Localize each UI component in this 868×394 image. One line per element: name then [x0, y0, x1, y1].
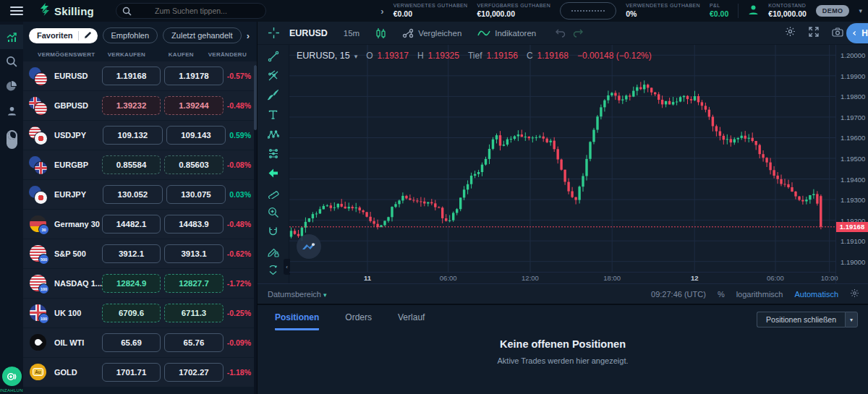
price-tick-label: 1.19900: [841, 72, 865, 80]
sell-button[interactable]: 14482.1: [102, 215, 161, 234]
skilling-logo[interactable]: Skilling: [39, 3, 94, 19]
measure-tool-icon[interactable]: [258, 183, 289, 202]
arrow-tool-icon[interactable]: [258, 163, 289, 183]
sell-button[interactable]: 3912.1: [102, 244, 161, 263]
sell-button[interactable]: 1.39232: [102, 96, 161, 115]
trendline-tool-icon[interactable]: [258, 46, 289, 66]
sell-button[interactable]: 65.69: [102, 333, 161, 352]
chart-timeframe[interactable]: 15m: [344, 29, 359, 38]
close-positions-dropdown-icon[interactable]: ▾: [845, 312, 858, 327]
snapshot-camera-icon[interactable]: [832, 27, 843, 40]
sell-button[interactable]: 6709.6: [102, 304, 161, 322]
log-scale-button[interactable]: logarithmisch: [736, 290, 783, 299]
dark-mode-toggle[interactable]: [7, 130, 17, 149]
deposit-button[interactable]: [2, 367, 22, 386]
skilling-logo-icon: [39, 3, 50, 19]
search-input[interactable]: [116, 3, 266, 19]
buy-button[interactable]: 0.85603: [164, 155, 223, 174]
candle-style-icon[interactable]: [375, 27, 386, 39]
buy-button[interactable]: 12827.7: [164, 274, 223, 293]
sell-button[interactable]: 0.85584: [102, 155, 161, 174]
balance-stat: KONTOSTAND €10,000.00: [768, 3, 807, 19]
open-trade-panel-button[interactable]: H: [846, 23, 868, 43]
sell-button[interactable]: 1701.71: [102, 363, 161, 382]
instrument-flag-icon: [29, 67, 48, 85]
buy-button[interactable]: 1.19178: [164, 67, 223, 85]
watchlist-tabs-more-chevron-icon[interactable]: ›: [247, 30, 252, 41]
sell-button[interactable]: 109.132: [103, 126, 163, 145]
tab-favoriten[interactable]: Favoriten: [29, 28, 98, 43]
text-tool-icon[interactable]: [258, 105, 289, 124]
theme-toggle[interactable]: [0, 127, 23, 152]
tab-verlauf[interactable]: Verlauf: [398, 312, 425, 330]
buy-button[interactable]: 1702.27: [164, 363, 223, 382]
nav-markets[interactable]: [0, 25, 23, 49]
legend-caret-icon[interactable]: ▾: [354, 53, 358, 60]
buy-button[interactable]: 14483.9: [164, 215, 223, 234]
tab-positionen[interactable]: Positionen: [275, 312, 319, 330]
percent-scale-button[interactable]: %: [718, 290, 725, 299]
close-positions-split-button[interactable]: Positionen schließen ▾: [757, 312, 858, 327]
watchlist-row[interactable]: 30Germany 3014482.114483.9-0.48%: [23, 210, 257, 239]
crosshair-tool-icon[interactable]: [258, 27, 289, 39]
price-axis[interactable]: 1.200001.199001.198001.197001.196001.195…: [835, 45, 868, 283]
watchlist-row[interactable]: 100NASDAQ 1...12824.912827.7-1.72%: [23, 269, 257, 298]
chart-settings-gear-icon[interactable]: [785, 26, 796, 40]
price-tick-label: 1.20000: [841, 51, 865, 59]
tab-orders[interactable]: Orders: [345, 312, 372, 330]
date-range-button[interactable]: Datumsbereich ▾: [268, 290, 327, 299]
lock-drawings-tool-icon[interactable]: [258, 241, 289, 261]
buy-button[interactable]: 1.39244: [164, 96, 223, 115]
nav-portfolio-pie-icon[interactable]: [0, 74, 23, 98]
sell-button[interactable]: 12824.9: [102, 274, 161, 293]
sell-button[interactable]: 130.052: [103, 185, 163, 204]
legend-symbol[interactable]: EURUSD, 15: [297, 51, 350, 61]
undo-icon[interactable]: [555, 29, 566, 38]
chart-symbol[interactable]: EURUSD: [289, 28, 328, 38]
nav-search[interactable]: [0, 49, 23, 74]
watchlist-row[interactable]: 500S&P 5003912.13913.1-0.62%: [23, 239, 257, 268]
tab-empfohlen[interactable]: Empfohlen: [103, 27, 158, 43]
fullscreen-icon[interactable]: [809, 27, 819, 40]
zoom-in-tool-icon[interactable]: [258, 202, 289, 222]
account-person-icon[interactable]: [748, 4, 759, 18]
demo-badge[interactable]: DEMO: [816, 5, 850, 17]
buy-button[interactable]: 109.143: [166, 126, 226, 145]
watchlist-row[interactable]: EURJPY130.052130.0750.03%: [23, 180, 257, 209]
buy-button[interactable]: 3913.1: [164, 244, 223, 263]
watchlist-row[interactable]: EURUSD1.191681.19178-0.57%: [23, 61, 257, 90]
auto-scale-button[interactable]: Automatisch: [794, 290, 838, 299]
sell-button[interactable]: 1.19168: [102, 67, 161, 85]
watchlist-row[interactable]: USDJPY109.132109.1430.59%: [23, 121, 257, 150]
edit-pencil-icon[interactable]: [84, 31, 92, 40]
position-tool-icon[interactable]: [258, 144, 289, 163]
watchlist-row[interactable]: 100UK 1006709.66711.3-0.25%: [23, 299, 257, 327]
account-caret-down-icon[interactable]: ▾: [859, 7, 862, 14]
watchlist-row[interactable]: GBPUSD1.392321.39244-0.48%: [23, 91, 257, 120]
menu-icon[interactable]: [10, 7, 23, 15]
pattern-tool-icon[interactable]: [258, 124, 289, 144]
expand-account-chevron-icon[interactable]: ›: [380, 6, 383, 17]
watchlist-row[interactable]: EURGBP0.855840.85603-0.08%: [23, 150, 257, 179]
candlestick-chart[interactable]: [289, 45, 835, 272]
buy-button[interactable]: 6711.3: [164, 304, 223, 322]
redo-icon[interactable]: [573, 29, 584, 38]
time-axis[interactable]: 1106:0012:0018:001206:0010:00: [289, 272, 835, 283]
indicators-button[interactable]: Indikatoren: [477, 29, 536, 38]
magnet-tool-icon[interactable]: [258, 222, 289, 241]
tradingview-logo[interactable]: [297, 234, 321, 259]
clock-utc[interactable]: 09:27:46 (UTC): [651, 290, 706, 299]
watchlist-scrollbar[interactable]: [254, 65, 257, 394]
footer-gear-icon[interactable]: [850, 288, 859, 299]
compare-button[interactable]: Vergleichen: [402, 28, 461, 38]
price-tick-label: 1.19700: [841, 113, 865, 121]
brush-tool-icon[interactable]: [258, 85, 289, 105]
tab-zuletzt-gehandelt[interactable]: Zuletzt gehandelt: [163, 27, 241, 43]
pitchfork-tool-icon[interactable]: [258, 66, 289, 85]
nav-profile[interactable]: [0, 98, 23, 123]
buy-button[interactable]: 65.76: [164, 333, 223, 352]
chart-plot-area[interactable]: EURUSD, 15 ▾ O1.19317 H1.19325 Tief1.191…: [289, 45, 835, 283]
watchlist-row[interactable]: OIL WTI65.6965.76-0.09%: [23, 328, 257, 357]
buy-button[interactable]: 130.075: [166, 185, 226, 204]
watchlist-row[interactable]: AuGOLD1701.711702.27-1.18%: [23, 358, 257, 387]
